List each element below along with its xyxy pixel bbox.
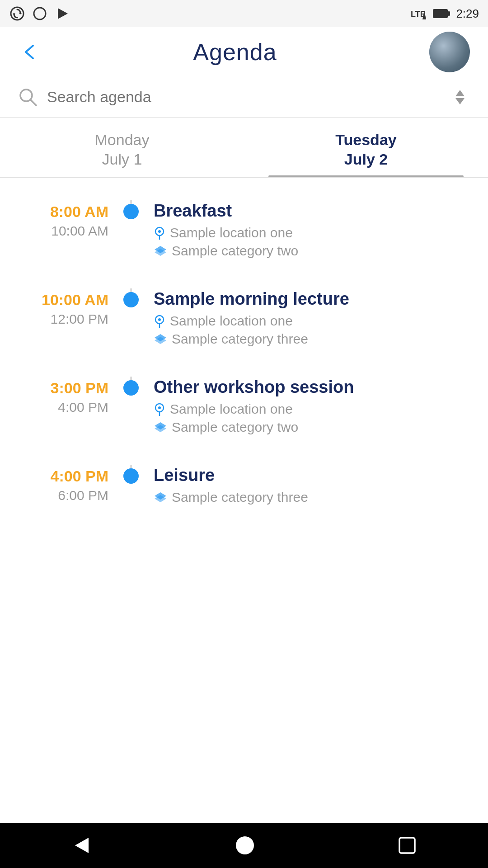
status-bar-right: LTE 2:29 (411, 7, 479, 21)
svg-marker-2 (13, 14, 15, 15)
event-content[interactable]: Leisure Sample category three (145, 465, 488, 508)
location-icon (154, 402, 165, 416)
status-bar-left (9, 5, 70, 22)
location-icon (154, 314, 165, 328)
event-start-time: 8:00 AM (50, 203, 108, 221)
event-start-time: 4:00 PM (51, 467, 109, 485)
event-content[interactable]: Other workshop session Sample location o… (145, 377, 488, 438)
search-icon (18, 87, 38, 107)
event-row: 3:00 PM 4:00 PM Other workshop session S… (0, 363, 488, 451)
event-title: Sample morning lecture (154, 289, 488, 309)
timeline-dot (123, 468, 139, 484)
event-time-col: 3:00 PM 4:00 PM (0, 377, 117, 415)
event-category-text: Sample category two (172, 243, 298, 259)
event-location-text: Sample location one (170, 401, 293, 417)
svg-marker-4 (58, 8, 68, 19)
event-location: Sample location one (154, 401, 488, 417)
lte-icon: LTE (411, 7, 427, 20)
category-icon (154, 421, 167, 433)
event-category: Sample category two (154, 243, 488, 259)
sort-icon[interactable] (450, 87, 470, 107)
svg-rect-7 (433, 9, 448, 18)
timeline-dot (123, 292, 139, 307)
circle-icon (32, 5, 48, 22)
battery-icon (432, 7, 450, 20)
event-category: Sample category two (154, 420, 488, 435)
status-bar: LTE 2:29 (0, 0, 488, 27)
svg-rect-29 (399, 838, 415, 853)
svg-point-22 (158, 406, 161, 409)
tuesday-date-label: July 2 (344, 151, 388, 168)
event-location-text: Sample location one (170, 225, 293, 241)
event-category-text: Sample category three (172, 331, 308, 347)
event-time-col: 8:00 AM 10:00 AM (0, 200, 117, 239)
page-title: Agenda (193, 38, 277, 66)
event-start-time: 3:00 PM (51, 379, 109, 397)
app-header: Agenda (0, 27, 488, 77)
svg-point-3 (34, 8, 46, 19)
timeline-dot-col (117, 465, 145, 484)
circle-arrows-icon (9, 5, 25, 22)
timeline-dot (123, 380, 139, 396)
event-location-text: Sample location one (170, 313, 293, 329)
event-category-text: Sample category three (172, 490, 308, 505)
tuesday-day-label: Tuesday (335, 131, 396, 149)
nav-recent-button[interactable] (397, 835, 418, 856)
event-end-time: 12:00 PM (51, 311, 108, 327)
event-row: 8:00 AM 10:00 AM Breakfast Sample locati… (0, 187, 488, 275)
search-input[interactable] (47, 88, 450, 106)
day-tabs: Monday July 1 Tuesday July 2 (0, 118, 488, 178)
event-row: 10:00 AM 12:00 PM Sample morning lecture… (0, 275, 488, 363)
event-end-time: 10:00 AM (51, 223, 108, 239)
tab-tuesday[interactable]: Tuesday July 2 (244, 118, 488, 177)
search-bar (0, 77, 488, 118)
location-icon (154, 226, 165, 240)
avatar-image (429, 32, 470, 72)
timeline-dot-col (117, 377, 145, 396)
category-icon (154, 245, 167, 257)
category-icon (154, 333, 167, 345)
event-category: Sample category three (154, 490, 488, 505)
event-title: Other workshop session (154, 377, 488, 397)
event-title: Leisure (154, 466, 488, 485)
event-location: Sample location one (154, 225, 488, 241)
timeline-dot-col (117, 288, 145, 307)
svg-marker-1 (19, 12, 22, 14)
clock-time: 2:29 (456, 7, 479, 21)
nav-back-button[interactable] (70, 834, 93, 857)
event-start-time: 10:00 AM (42, 291, 108, 309)
monday-date-label: July 1 (102, 151, 142, 168)
event-category: Sample category three (154, 331, 488, 347)
event-end-time: 6:00 PM (58, 488, 108, 503)
event-time-col: 10:00 AM 12:00 PM (0, 288, 117, 327)
nav-home-button[interactable] (235, 835, 255, 856)
svg-point-14 (158, 230, 161, 233)
timeline-dot (123, 204, 139, 219)
play-icon (54, 5, 70, 22)
svg-point-18 (158, 318, 161, 321)
back-button[interactable] (18, 41, 41, 63)
event-category-text: Sample category two (172, 420, 298, 435)
svg-rect-8 (448, 11, 450, 16)
svg-point-28 (236, 836, 254, 854)
monday-day-label: Monday (95, 131, 150, 149)
nav-bar (0, 823, 488, 868)
event-content[interactable]: Breakfast Sample location one (145, 200, 488, 261)
timeline: 8:00 AM 10:00 AM Breakfast Sample locati… (0, 178, 488, 677)
event-content[interactable]: Sample morning lecture Sample location o… (145, 288, 488, 349)
event-title: Breakfast (154, 201, 488, 221)
avatar[interactable] (429, 32, 470, 72)
svg-marker-11 (455, 90, 465, 96)
category-icon (154, 491, 167, 503)
tab-active-indicator (268, 175, 464, 177)
tab-monday[interactable]: Monday July 1 (0, 118, 244, 177)
svg-marker-27 (75, 838, 89, 853)
event-row: 4:00 PM 6:00 PM Leisure Sample category … (0, 451, 488, 521)
timeline-dot-col (117, 200, 145, 219)
event-time-col: 4:00 PM 6:00 PM (0, 465, 117, 503)
svg-marker-12 (455, 98, 465, 104)
event-end-time: 4:00 PM (58, 400, 108, 415)
svg-line-10 (31, 100, 36, 105)
event-location: Sample location one (154, 313, 488, 329)
